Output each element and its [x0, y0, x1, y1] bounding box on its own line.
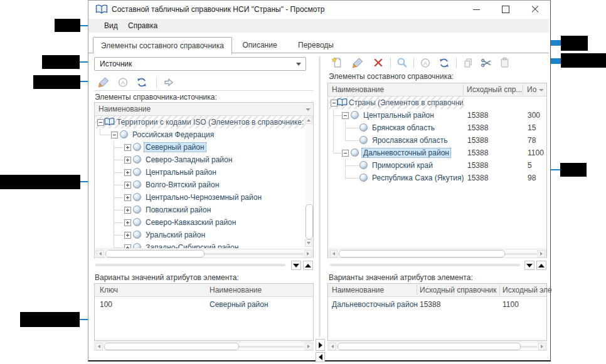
right-grid-header[interactable]: Наименование Исходный спр... Ио	[328, 83, 546, 96]
refresh-button[interactable]	[136, 76, 147, 88]
add-item-button[interactable]	[331, 57, 343, 68]
tree-row-root[interactable]: Территории с кодами ISO (Элементов в спр…	[95, 116, 305, 128]
minimize-button[interactable]	[467, 3, 486, 16]
tree-row[interactable]: Уральский район	[95, 229, 305, 241]
column-header-name[interactable]: Наименование	[210, 286, 262, 294]
tree-row[interactable]: Российская Федерация	[95, 128, 305, 141]
collapse-icon[interactable]	[342, 112, 349, 119]
auto-search-button[interactable]: A	[117, 76, 129, 88]
splitter-right-button[interactable]	[316, 339, 325, 351]
vertical-scrollbar[interactable]	[305, 116, 313, 248]
tree-row[interactable]: Республика Саха (Якутия) 15388 98	[329, 172, 547, 184]
column-header-source[interactable]: Исходный справочник	[420, 286, 497, 294]
tree-row[interactable]: Ярославская область 15388 78	[329, 134, 547, 147]
tree-row[interactable]: Центральный район 15388 300	[329, 109, 547, 122]
scroll-left-button[interactable]	[330, 250, 338, 257]
expand-icon[interactable]	[124, 169, 131, 176]
paste-button[interactable]	[499, 57, 510, 68]
scrollbar-thumb[interactable]	[104, 343, 239, 350]
splitter-down-button[interactable]	[291, 261, 301, 270]
edit-button[interactable]	[98, 76, 109, 88]
close-button[interactable]	[526, 3, 545, 16]
edit-button[interactable]	[352, 57, 363, 68]
table-row[interactable]: 100 Северный район	[95, 298, 313, 311]
scroll-left-button[interactable]	[97, 250, 104, 257]
tree-row[interactable]: Дальневосточный район 15388 1100	[329, 147, 547, 159]
expand-icon[interactable]	[124, 219, 131, 226]
expand-icon[interactable]	[124, 182, 131, 189]
tab-elements[interactable]: Элементы составного справочника	[93, 37, 232, 54]
collapse-icon[interactable]	[97, 119, 104, 126]
tree-row[interactable]: Брянская область 15388 15	[329, 122, 547, 134]
scroll-down-button[interactable]	[305, 239, 312, 247]
column-header-key[interactable]: Ключ	[100, 286, 118, 294]
scroll-right-button[interactable]	[304, 250, 312, 257]
column-header-elem[interactable]: Исходный эле	[502, 286, 552, 294]
scroll-right-button[interactable]	[538, 250, 545, 257]
tab-translations[interactable]: Переводы	[289, 37, 343, 53]
horizontal-scrollbar[interactable]	[327, 341, 547, 351]
tree-row[interactable]: Приморский край 15388 5	[329, 159, 547, 172]
column-header-source[interactable]: Исходный спр...	[467, 85, 522, 94]
column-divider[interactable]	[523, 85, 523, 95]
auto-search-button[interactable]: A	[420, 57, 431, 68]
header-dropdown-button[interactable]	[304, 105, 312, 113]
tree-row[interactable]: Поволжский район	[95, 204, 305, 216]
tab-description[interactable]: Описание	[231, 37, 289, 53]
column-header-elem[interactable]: Ио	[527, 85, 536, 94]
expand-icon[interactable]	[124, 232, 131, 239]
column-divider[interactable]	[417, 285, 417, 295]
cut-button[interactable]	[481, 57, 492, 68]
expand-icon[interactable]	[124, 157, 131, 164]
tree-row-root[interactable]: Страны (Элементов в справочнике	[329, 96, 547, 109]
splitter-groove[interactable]	[95, 264, 285, 266]
scroll-left-button[interactable]	[95, 343, 103, 350]
scrollbar-thumb[interactable]	[338, 343, 521, 350]
forward-button[interactable]	[163, 76, 174, 88]
refresh-button[interactable]	[439, 57, 450, 68]
scroll-left-button[interactable]	[329, 343, 336, 350]
tree-row[interactable]: Волго-Вятский район	[95, 179, 305, 191]
column-divider[interactable]	[463, 85, 464, 95]
copy-button[interactable]	[462, 57, 474, 68]
tree-row[interactable]: Центрально-Черноземный район	[95, 191, 305, 204]
tree-row[interactable]: Северный район	[95, 141, 305, 153]
splitter-groove[interactable]	[330, 264, 520, 266]
scrollbar-thumb[interactable]	[105, 250, 205, 257]
column-header-name[interactable]: Наименование	[332, 85, 384, 94]
horizontal-scrollbar[interactable]	[94, 341, 314, 351]
search-button[interactable]	[396, 57, 408, 68]
expand-icon[interactable]	[124, 194, 131, 201]
header-dropdown-button[interactable]	[537, 86, 545, 94]
source-combobox[interactable]: Источник	[94, 57, 306, 71]
left-attrs-header[interactable]: Ключ Наименование	[95, 284, 313, 297]
delete-button[interactable]	[373, 57, 384, 68]
horizontal-scrollbar[interactable]	[95, 249, 313, 258]
expand-icon[interactable]	[124, 244, 131, 248]
tree-row[interactable]: Центральный район	[95, 166, 305, 179]
scrollbar-thumb[interactable]	[306, 204, 313, 239]
tree-row[interactable]: Северо-Кавказский район	[95, 216, 305, 229]
scrollbar-thumb[interactable]	[339, 250, 505, 257]
splitter-up-button[interactable]	[303, 261, 313, 270]
right-attrs-header[interactable]: Наименование Исходный справочник Исходны…	[328, 284, 546, 297]
splitter-left-button[interactable]	[316, 352, 325, 362]
splitter-down-button[interactable]	[524, 261, 534, 270]
horizontal-scrollbar[interactable]	[329, 249, 546, 258]
collapse-icon[interactable]	[342, 150, 349, 157]
menu-view[interactable]: Вид	[104, 21, 118, 30]
center-splitter[interactable]	[319, 56, 321, 337]
expand-icon[interactable]	[124, 144, 131, 151]
collapse-icon[interactable]	[111, 132, 118, 138]
menu-help[interactable]: Справка	[128, 21, 157, 30]
splitter-up-button[interactable]	[536, 261, 546, 270]
tree-row[interactable]: Западно-Сибирский район	[95, 241, 305, 248]
scroll-right-button[interactable]	[305, 343, 312, 350]
column-header-name[interactable]: Наименование	[332, 286, 384, 294]
maximize-button[interactable]	[496, 3, 515, 16]
left-grid-header[interactable]: Наименование	[95, 103, 313, 116]
scroll-up-button[interactable]	[305, 117, 312, 124]
column-header-name[interactable]: Наименование	[98, 105, 151, 113]
tree-row[interactable]: Северо-Западный район	[95, 153, 305, 166]
table-row[interactable]: Дальневосточный район 15388 1100	[328, 298, 546, 311]
